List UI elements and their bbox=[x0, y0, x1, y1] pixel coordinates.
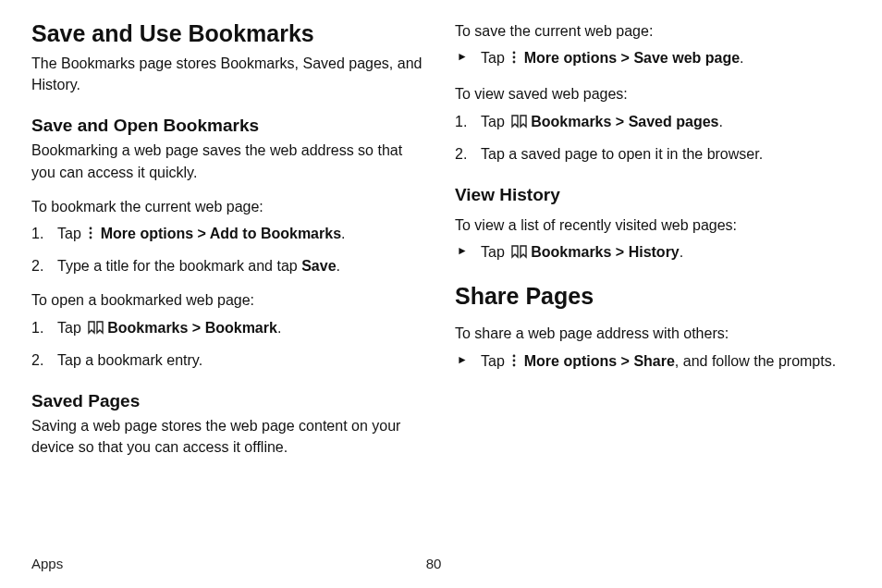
svg-point-6 bbox=[513, 354, 516, 357]
bookmarks-icon bbox=[510, 243, 529, 264]
step-text: Tap a bookmark entry. bbox=[57, 352, 202, 368]
bullet-list: ► Tap More options > Save web page. bbox=[455, 47, 851, 70]
intro-text: To share a web page address with others: bbox=[455, 323, 851, 344]
step-text: Tap a saved page to open it in the brows… bbox=[481, 146, 763, 162]
bullet-item: ► Tap More options > Share, and follow t… bbox=[455, 350, 851, 374]
step-item: 2. Tap a bookmark entry. bbox=[31, 349, 427, 371]
more-options-icon bbox=[87, 225, 94, 246]
step-text: Tap More options > Add to Bookmarks. bbox=[57, 226, 345, 241]
bullet-list: ► Tap Bookmarks > History. bbox=[455, 241, 851, 264]
page-footer: Apps 80 bbox=[31, 556, 851, 571]
step-item: 1. Tap Bookmarks > Saved pages. bbox=[455, 111, 851, 134]
paragraph: The Bookmarks page stores Bookmarks, Sav… bbox=[31, 53, 427, 95]
bullet-text: Tap Bookmarks > History. bbox=[481, 244, 683, 260]
intro-text: To view a list of recently visited web p… bbox=[455, 214, 851, 236]
intro-text: To save the current web page: bbox=[455, 20, 851, 42]
svg-point-3 bbox=[513, 52, 516, 55]
heading-share-pages: Share Pages bbox=[455, 283, 851, 310]
columns: Save and Use Bookmarks The Bookmarks pag… bbox=[31, 20, 851, 548]
svg-point-8 bbox=[513, 363, 516, 366]
svg-point-2 bbox=[90, 237, 92, 239]
step-number: 2. bbox=[31, 255, 43, 276]
intro-text: To open a bookmarked web page: bbox=[31, 289, 427, 311]
step-number: 1. bbox=[31, 317, 43, 338]
steps-list: 1. Tap More options > Add to Bookmarks. … bbox=[31, 223, 427, 276]
paragraph: Bookmarking a web page saves the web add… bbox=[31, 140, 427, 182]
bullet-item: ► Tap More options > Save web page. bbox=[455, 47, 851, 70]
bullet-marker-icon: ► bbox=[457, 243, 468, 259]
step-text: Tap Bookmarks > Saved pages. bbox=[481, 114, 723, 129]
bullet-marker-icon: ► bbox=[457, 49, 468, 65]
step-text: Type a title for the bookmark and tap Sa… bbox=[57, 258, 340, 274]
svg-point-5 bbox=[513, 61, 516, 64]
svg-point-7 bbox=[513, 359, 516, 361]
page: Save and Use Bookmarks The Bookmarks pag… bbox=[0, 0, 882, 588]
step-text: Tap Bookmarks > Bookmark. bbox=[57, 320, 281, 336]
steps-list: 1. Tap Bookmarks > Bookmark. 2. Tap a bo… bbox=[31, 317, 427, 371]
step-number: 1. bbox=[31, 223, 43, 244]
heading-view-history: View History bbox=[455, 185, 851, 205]
svg-point-4 bbox=[513, 56, 516, 59]
intro-text: To bookmark the current web page: bbox=[31, 196, 427, 217]
step-number: 1. bbox=[455, 111, 467, 132]
footer-page-number: 80 bbox=[63, 556, 804, 571]
step-number: 2. bbox=[31, 349, 43, 371]
bullet-item: ► Tap Bookmarks > History. bbox=[455, 241, 851, 264]
paragraph: Saving a web page stores the web page co… bbox=[31, 415, 427, 458]
heading-save-use-bookmarks: Save and Use Bookmarks bbox=[31, 20, 427, 47]
svg-point-0 bbox=[90, 227, 92, 230]
heading-saved-pages: Saved Pages bbox=[31, 391, 427, 411]
more-options-icon bbox=[510, 49, 518, 70]
step-item: 2. Tap a saved page to open it in the br… bbox=[455, 143, 851, 165]
bullet-text: Tap More options > Save web page. bbox=[481, 50, 744, 66]
step-number: 2. bbox=[455, 143, 467, 165]
step-item: 2. Type a title for the bookmark and tap… bbox=[31, 255, 427, 276]
intro-text: To view saved web pages: bbox=[455, 83, 851, 104]
footer-section-label: Apps bbox=[31, 556, 63, 571]
more-options-icon bbox=[510, 352, 518, 374]
bookmarks-icon bbox=[510, 113, 529, 134]
left-column: Save and Use Bookmarks The Bookmarks pag… bbox=[31, 20, 427, 548]
svg-point-1 bbox=[90, 232, 92, 235]
right-column: To save the current web page: ► Tap More… bbox=[455, 20, 851, 548]
bullet-list: ► Tap More options > Share, and follow t… bbox=[455, 350, 851, 374]
step-item: 1. Tap More options > Add to Bookmarks. bbox=[31, 223, 427, 246]
bullet-marker-icon: ► bbox=[457, 352, 468, 368]
heading-save-open-bookmarks: Save and Open Bookmarks bbox=[31, 116, 427, 136]
bookmarks-icon bbox=[87, 319, 105, 340]
step-item: 1. Tap Bookmarks > Bookmark. bbox=[31, 317, 427, 340]
bullet-text: Tap More options > Share, and follow the… bbox=[481, 353, 836, 369]
steps-list: 1. Tap Bookmarks > Saved pages. 2. Tap a… bbox=[455, 111, 851, 165]
